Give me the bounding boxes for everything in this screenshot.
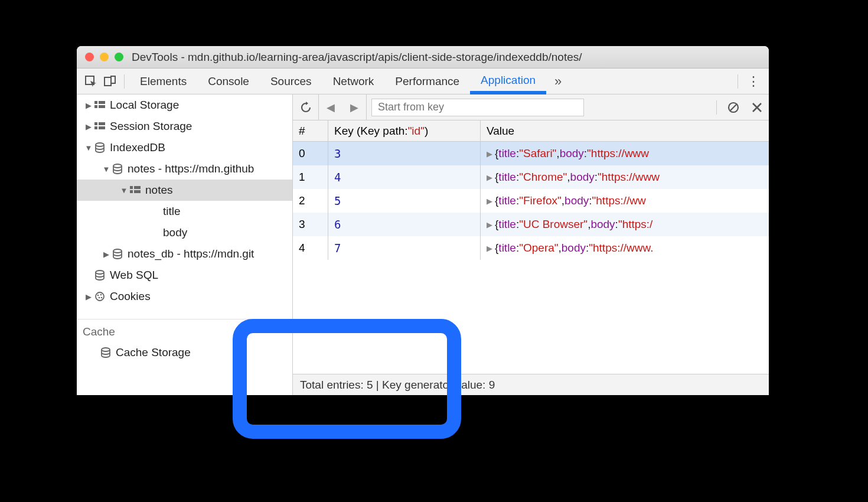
nav-buttons: ◀ ▶: [319, 94, 367, 120]
zoom-window-button[interactable]: [115, 53, 123, 61]
close-window-button[interactable]: [85, 53, 94, 61]
delete-button[interactable]: [745, 102, 769, 113]
col-header-index[interactable]: #: [293, 120, 328, 141]
window-title: DevTools - mdn.github.io/learning-area/j…: [132, 51, 582, 64]
svg-point-21: [100, 294, 102, 296]
content-pane: ◀ ▶ # Key (Key path: "id"): [293, 94, 769, 395]
cell-index: 0: [293, 142, 328, 165]
svg-point-20: [97, 295, 99, 296]
svg-rect-13: [130, 186, 133, 189]
traffic-lights: [85, 53, 123, 61]
cell-key: 7: [328, 236, 481, 260]
expand-caret-icon[interactable]: ▶: [487, 197, 492, 206]
caret-icon: ▶: [85, 101, 92, 110]
svg-point-24: [102, 348, 110, 351]
device-toggle-icon[interactable]: [100, 72, 119, 91]
inspect-icon[interactable]: [81, 72, 100, 91]
prev-page-button[interactable]: ◀: [319, 101, 342, 114]
table-row[interactable]: 47▶{title: "Opera", body: "https://www.: [293, 236, 769, 260]
sidebar-item-notes-https-mdn-github[interactable]: ▼notes - https://mdn.github: [77, 158, 292, 180]
refresh-button[interactable]: [293, 94, 319, 120]
tree-item-label: Session Storage: [110, 120, 192, 133]
caret-icon: ▶: [103, 250, 110, 259]
tree-item-label: title: [163, 205, 181, 218]
cell-index: 1: [293, 165, 328, 189]
grid-icon: [129, 186, 142, 194]
tree-item-label: notes_db - https://mdn.git: [128, 247, 254, 260]
svg-line-26: [730, 105, 736, 110]
cell-key: 4: [328, 165, 481, 189]
svg-rect-2: [111, 76, 115, 83]
tab-application[interactable]: Application: [470, 69, 546, 94]
more-tabs-button[interactable]: »: [546, 74, 570, 89]
sidebar-item-notes-db-https-mdn-git[interactable]: ▶notes_db - https://mdn.git: [77, 243, 292, 265]
sidebar-item-body[interactable]: body: [77, 222, 292, 243]
db-icon: [99, 347, 112, 358]
caret-icon: ▼: [85, 144, 92, 152]
tree-item-label: Web SQL: [110, 269, 158, 282]
start-from-key-input[interactable]: [371, 99, 584, 116]
svg-rect-16: [134, 190, 141, 193]
table-row[interactable]: 36▶{title: "UC Browser", body: "https:/: [293, 213, 769, 236]
clear-button[interactable]: [722, 102, 745, 113]
tree-item-label: Cookies: [110, 290, 151, 303]
data-table: # Key (Key path: "id") Value 03▶{title: …: [293, 120, 769, 374]
grid-icon: [93, 101, 106, 109]
svg-rect-4: [99, 101, 105, 104]
expand-caret-icon[interactable]: ▶: [487, 244, 492, 253]
status-text: Total entries: 5 | Key generator value: …: [300, 379, 495, 392]
expand-caret-icon[interactable]: ▶: [487, 149, 492, 158]
svg-point-23: [101, 297, 103, 299]
sidebar-item-notes[interactable]: ▼notes: [77, 180, 292, 201]
svg-rect-5: [94, 105, 97, 108]
cell-value: ▶{title: "UC Browser", body: "https:/: [481, 213, 769, 236]
svg-rect-3: [94, 101, 97, 104]
next-page-button[interactable]: ▶: [342, 101, 366, 114]
sidebar-item-cache-storage[interactable]: Cache Storage: [77, 342, 292, 363]
cell-index: 3: [293, 213, 328, 236]
tab-bar: ElementsConsoleSourcesNetworkPerformance…: [77, 69, 769, 94]
table-row[interactable]: 14▶{title: "Chrome", body: "https://www: [293, 165, 769, 189]
table-row[interactable]: 25▶{title: "Firefox", body: "https://ww: [293, 189, 769, 213]
sidebar-item-local-storage[interactable]: ▶Local Storage: [77, 94, 292, 116]
sidebar-item-indexeddb[interactable]: ▼IndexedDB: [77, 137, 292, 158]
sidebar-item-session-storage[interactable]: ▶Session Storage: [77, 116, 292, 137]
tree-item-label: Cache Storage: [116, 346, 191, 359]
svg-rect-14: [134, 186, 141, 189]
svg-rect-9: [94, 126, 97, 129]
col-header-key[interactable]: Key (Key path: "id"): [328, 120, 481, 141]
tree-item-label: Local Storage: [110, 99, 179, 112]
divider: [124, 74, 125, 89]
expand-caret-icon[interactable]: ▶: [487, 220, 492, 229]
db-icon: [111, 164, 124, 174]
cell-key: 3: [328, 142, 481, 165]
tab-console[interactable]: Console: [197, 69, 260, 94]
tab-performance[interactable]: Performance: [384, 69, 470, 94]
titlebar: DevTools - mdn.github.io/learning-area/j…: [77, 46, 769, 69]
db-icon: [93, 142, 106, 153]
svg-rect-7: [94, 122, 97, 125]
svg-rect-1: [105, 77, 111, 86]
cell-key: 5: [328, 189, 481, 213]
svg-point-18: [96, 270, 104, 274]
col-header-value[interactable]: Value: [481, 120, 769, 141]
sidebar-item-cookies[interactable]: ▶Cookies: [77, 286, 292, 307]
cell-index: 4: [293, 236, 328, 260]
tree-item-label: notes - https://mdn.github: [128, 162, 254, 175]
svg-point-17: [113, 249, 122, 253]
main-area: ▶Local Storage▶Session Storage▼IndexedDB…: [77, 94, 769, 395]
svg-rect-6: [99, 105, 105, 108]
svg-point-12: [113, 164, 122, 168]
table-row[interactable]: 03▶{title: "Safari", body: "https://www: [293, 142, 769, 165]
menu-button[interactable]: ⋮: [743, 74, 764, 89]
sidebar-item-title[interactable]: title: [77, 201, 292, 222]
tab-network[interactable]: Network: [322, 69, 385, 94]
tab-sources[interactable]: Sources: [260, 69, 322, 94]
cell-value: ▶{title: "Safari", body: "https://www: [481, 142, 769, 165]
tab-elements[interactable]: Elements: [129, 69, 197, 94]
tree-item-label: body: [163, 226, 187, 239]
expand-caret-icon[interactable]: ▶: [487, 173, 492, 182]
cell-index: 2: [293, 189, 328, 213]
minimize-window-button[interactable]: [100, 53, 109, 61]
sidebar-item-web-sql[interactable]: Web SQL: [77, 265, 292, 286]
